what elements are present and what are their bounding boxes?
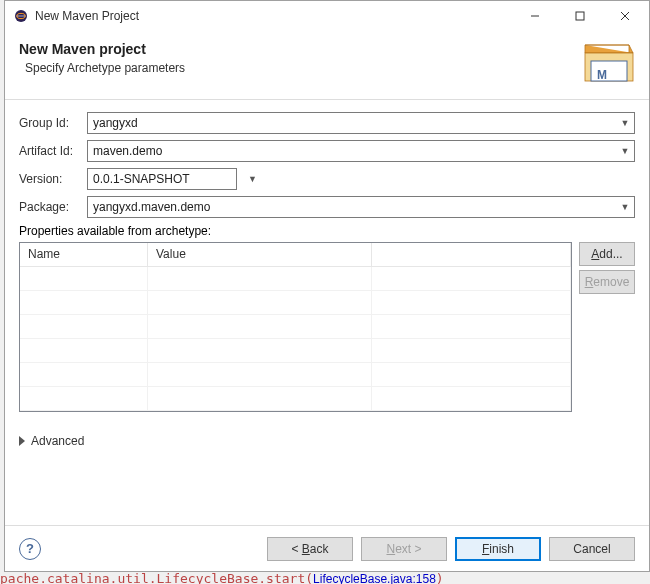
version-label: Version: (19, 172, 87, 186)
dialog-window: New Maven Project New Maven project Spec… (4, 0, 650, 572)
window-buttons (512, 2, 647, 30)
artifact-id-input[interactable] (88, 144, 616, 158)
remove-button: Remove (579, 270, 635, 294)
table-row[interactable] (20, 387, 571, 411)
table-header: Name Value (20, 243, 571, 267)
svg-text:M: M (597, 68, 607, 82)
column-value[interactable]: Value (148, 243, 372, 266)
column-rest (372, 243, 571, 266)
table-row[interactable] (20, 315, 571, 339)
properties-table[interactable]: Name Value (19, 242, 572, 412)
package-field[interactable]: ▼ (87, 196, 635, 218)
wizard-footer: ? < Back Next > Finish Cancel (5, 525, 649, 571)
version-input[interactable] (88, 172, 248, 186)
maven-icon: M (579, 41, 635, 85)
back-button[interactable]: < Back (267, 537, 353, 561)
group-id-input[interactable] (88, 116, 616, 130)
artifact-id-label: Artifact Id: (19, 144, 87, 158)
group-id-field[interactable]: ▼ (87, 112, 635, 134)
properties-label: Properties available from archetype: (19, 224, 635, 238)
table-row[interactable] (20, 363, 571, 387)
form-area: Group Id: ▼ Artifact Id: ▼ Version: ▼ Pa… (5, 100, 649, 418)
close-button[interactable] (602, 2, 647, 30)
wizard-header: New Maven project Specify Archetype para… (5, 31, 649, 100)
minimize-button[interactable] (512, 2, 557, 30)
page-title: New Maven project (19, 41, 571, 57)
eclipse-icon (13, 8, 29, 24)
title-bar: New Maven Project (5, 1, 649, 31)
maximize-button[interactable] (557, 2, 602, 30)
package-input[interactable] (88, 200, 616, 214)
group-id-label: Group Id: (19, 116, 87, 130)
svg-rect-3 (576, 12, 584, 20)
chevron-down-icon[interactable]: ▼ (616, 202, 634, 212)
add-button[interactable]: Add... (579, 242, 635, 266)
table-row[interactable] (20, 339, 571, 363)
artifact-id-field[interactable]: ▼ (87, 140, 635, 162)
finish-button[interactable]: Finish (455, 537, 541, 561)
column-name[interactable]: Name (20, 243, 148, 266)
table-row[interactable] (20, 291, 571, 315)
page-subtitle: Specify Archetype parameters (25, 61, 571, 75)
help-icon[interactable]: ? (19, 538, 41, 560)
chevron-down-icon[interactable]: ▼ (248, 174, 257, 184)
advanced-label: Advanced (31, 434, 84, 448)
version-field[interactable]: ▼ (87, 168, 237, 190)
window-title: New Maven Project (35, 9, 512, 23)
triangle-right-icon (19, 436, 25, 446)
package-label: Package: (19, 200, 87, 214)
background-console-text: pache.catalina.util.LifecycleBase.start(… (0, 571, 444, 584)
chevron-down-icon[interactable]: ▼ (616, 146, 634, 156)
advanced-toggle[interactable]: Advanced (5, 418, 649, 452)
next-button: Next > (361, 537, 447, 561)
chevron-down-icon[interactable]: ▼ (616, 118, 634, 128)
table-row[interactable] (20, 267, 571, 291)
cancel-button[interactable]: Cancel (549, 537, 635, 561)
table-side-buttons: Add... Remove (579, 242, 635, 412)
